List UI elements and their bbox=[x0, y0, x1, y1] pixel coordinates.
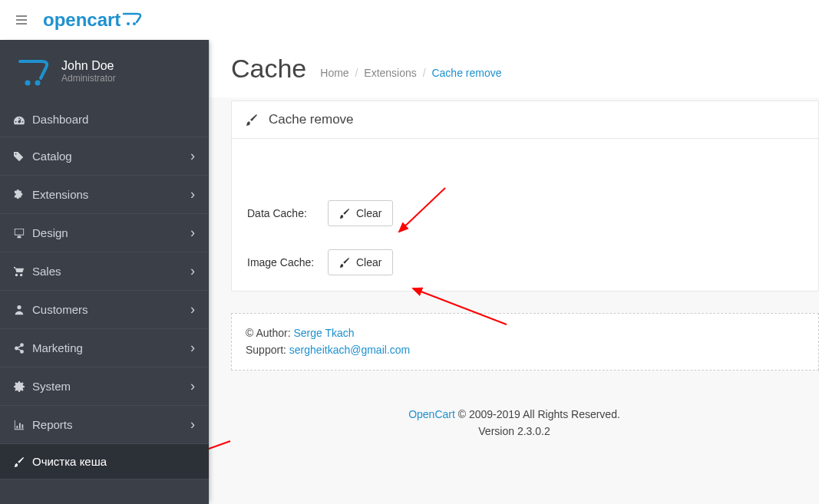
row-data-cache: Data Cache: Clear bbox=[247, 200, 803, 226]
chevron-right-icon: › bbox=[190, 263, 195, 279]
panel-title: Cache remove bbox=[269, 112, 354, 127]
dashboard-icon bbox=[14, 113, 32, 126]
breadcrumb: Home / Extensions / Cache remove bbox=[320, 67, 501, 84]
support-email-link[interactable]: sergheitkach@gmail.com bbox=[289, 344, 410, 356]
brush-icon bbox=[339, 208, 350, 219]
sidebar: John Doe Administrator DashboardCatalog›… bbox=[0, 40, 209, 504]
cog-icon bbox=[14, 380, 32, 393]
sidebar-item-label: Extensions bbox=[32, 188, 190, 201]
logo-text: opencart bbox=[43, 9, 121, 31]
clear-image-cache-button[interactable]: Clear bbox=[328, 249, 393, 275]
label-data-cache: Data Cache: bbox=[247, 207, 328, 219]
sidebar-item-cog[interactable]: System› bbox=[0, 367, 209, 406]
main-content: Cache Home / Extensions / Cache remove C… bbox=[209, 40, 819, 504]
author-box: © Author: Serge Tkach Support: sergheitk… bbox=[231, 313, 819, 371]
chevron-right-icon: › bbox=[190, 340, 195, 356]
share-icon bbox=[14, 341, 32, 354]
sidebar-item-desktop[interactable]: Design› bbox=[0, 214, 209, 252]
sidebar-item-label: Customers bbox=[32, 303, 190, 316]
sidebar-item-label: System bbox=[32, 380, 190, 393]
breadcrumb-extensions[interactable]: Extensions bbox=[364, 67, 416, 79]
brush-icon bbox=[14, 455, 32, 468]
brush-icon bbox=[246, 114, 258, 126]
page-header: Cache Home / Extensions / Cache remove bbox=[210, 40, 819, 97]
panel-body: Data Cache: Clear Image Cache: Clear bbox=[232, 139, 818, 291]
sidebar-item-share[interactable]: Marketing› bbox=[0, 329, 209, 367]
chevron-right-icon: › bbox=[190, 378, 195, 394]
sidebar-item-puzzle[interactable]: Extensions› bbox=[0, 176, 209, 214]
sidebar-item-label: Catalog bbox=[32, 150, 190, 163]
menu-toggle-icon[interactable] bbox=[15, 13, 28, 27]
breadcrumb-current[interactable]: Cache remove bbox=[431, 67, 501, 79]
row-image-cache: Image Cache: Clear bbox=[247, 249, 803, 275]
sidebar-nav: DashboardCatalog›Extensions›Design›Sales… bbox=[0, 102, 209, 479]
svg-point-3 bbox=[35, 81, 41, 86]
footer: OpenCart © 2009-2019 All Rights Reserved… bbox=[210, 406, 819, 440]
chevron-right-icon: › bbox=[190, 301, 195, 318]
sidebar-item-tag[interactable]: Catalog› bbox=[0, 137, 209, 176]
top-header: opencart bbox=[0, 0, 819, 40]
svg-point-1 bbox=[133, 22, 136, 25]
chart-icon bbox=[14, 418, 32, 431]
sidebar-item-dashboard[interactable]: Dashboard bbox=[0, 102, 209, 137]
panel-heading: Cache remove bbox=[232, 101, 818, 139]
page-title: Cache bbox=[231, 54, 306, 84]
sidebar-item-brush[interactable]: Очистка кеша bbox=[0, 444, 209, 479]
cart-icon bbox=[14, 265, 32, 278]
sidebar-item-user[interactable]: Customers› bbox=[0, 291, 209, 329]
chevron-right-icon: › bbox=[190, 186, 195, 203]
sidebar-item-label: Design bbox=[32, 226, 190, 239]
user-icon bbox=[14, 303, 32, 316]
brush-icon bbox=[339, 257, 350, 268]
sidebar-item-label: Marketing bbox=[32, 341, 190, 354]
chevron-right-icon: › bbox=[190, 148, 195, 164]
logo-cart-icon bbox=[122, 12, 144, 26]
user-avatar-icon bbox=[15, 54, 50, 88]
chevron-right-icon: › bbox=[190, 225, 195, 241]
panel-cache-remove: Cache remove Data Cache: Clear Image Cac… bbox=[231, 100, 819, 292]
sidebar-item-label: Очистка кеша bbox=[32, 455, 195, 468]
tag-icon bbox=[14, 150, 32, 163]
label-image-cache: Image Cache: bbox=[247, 256, 328, 268]
sidebar-item-label: Dashboard bbox=[32, 113, 195, 126]
clear-data-cache-button[interactable]: Clear bbox=[328, 200, 393, 226]
sidebar-item-label: Sales bbox=[32, 265, 190, 278]
svg-point-2 bbox=[25, 81, 31, 86]
puzzle-icon bbox=[14, 188, 32, 201]
footer-version: Version 2.3.0.2 bbox=[210, 423, 819, 440]
sidebar-item-label: Reports bbox=[32, 418, 190, 431]
logo[interactable]: opencart bbox=[43, 9, 144, 31]
user-name: John Doe bbox=[61, 59, 116, 73]
footer-brand-link[interactable]: OpenCart bbox=[408, 408, 455, 420]
user-panel: John Doe Administrator bbox=[0, 40, 209, 102]
sidebar-item-cart[interactable]: Sales› bbox=[0, 252, 209, 291]
user-role: Administrator bbox=[61, 73, 116, 84]
author-link[interactable]: Serge Tkach bbox=[293, 327, 354, 339]
desktop-icon bbox=[14, 226, 32, 239]
chevron-right-icon: › bbox=[190, 417, 195, 433]
svg-point-0 bbox=[127, 22, 130, 25]
sidebar-item-chart[interactable]: Reports› bbox=[0, 406, 209, 444]
breadcrumb-home[interactable]: Home bbox=[320, 67, 348, 79]
